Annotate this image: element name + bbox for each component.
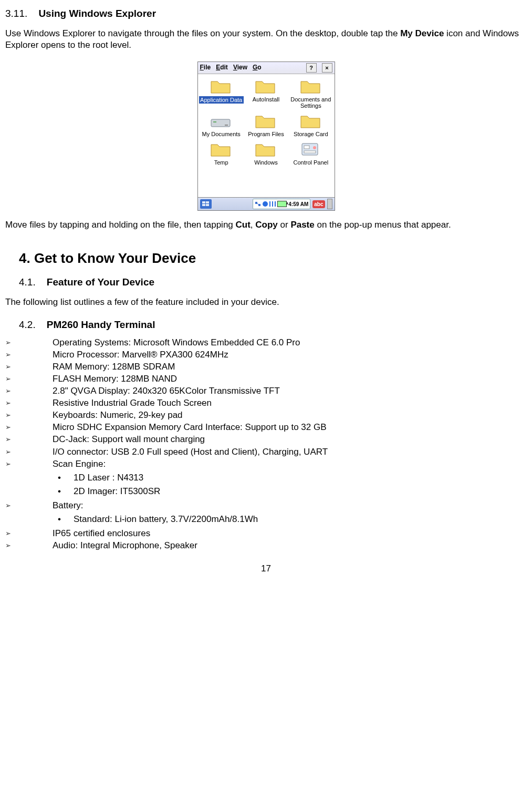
intro-paragraph: Use Windows Explorer to navigate through… [5,28,527,51]
feature-intro: The following list outlines a few of the… [5,296,527,308]
start-button[interactable] [200,199,212,209]
sub-item: 1D Laser : N4313 [53,472,527,484]
folder-icon [209,140,233,158]
bullet-icon [5,540,53,551]
bullet-icon [5,373,53,385]
help-button[interactable]: ? [306,63,317,73]
spec-item: Micro Processor: Marvell® PXA300 624MHz [5,349,527,361]
heading-3-11: 3.11. Using Windows Explorer [5,7,527,21]
spec-text: I/O connector: USB 2.0 Full speed (Host … [53,446,527,458]
spec-item: Keyboards: Numeric, 29-key pad [5,409,527,421]
sub-item: 2D Imager: IT5300SR [53,486,527,497]
bold-copy: Copy [255,220,278,230]
bullet-icon [5,500,53,527]
dot-icon [53,514,74,525]
heading-title: Feature of Your Device [47,276,154,288]
spec-text: Keyboards: Numeric, 29-key pad [53,409,527,421]
folder-icon [254,112,278,130]
sub-text: 1D Laser : N4313 [74,472,143,484]
dot-icon [53,486,74,497]
folder-storage-card[interactable]: Storage Card [288,112,333,137]
drive-label: My Documents [199,131,244,137]
text: Move files by tapping and holding on the… [5,220,236,230]
menu-view[interactable]: View [233,64,247,72]
bullet-icon [5,458,53,499]
spec-text: Scan Engine: [53,459,106,469]
menu-go[interactable]: Go [253,64,262,72]
spec-list: Operating Systems: Microsoft Windows Emb… [5,337,527,552]
spec-item: Audio: Integral Microphone, Speaker [5,540,527,551]
heading-4-2: 4.2. PM260 Handy Terminal [19,319,527,332]
heading-number: 4.2. [19,319,36,330]
sub-text: Standard: Li-ion battery, 3.7V/2200mAh/8… [74,514,258,525]
svg-rect-1 [213,121,216,122]
battery-sublist: Standard: Li-ion battery, 3.7V/2200mAh/8… [53,514,527,525]
folder-icon [254,77,278,95]
drive-my-documents[interactable]: My Documents [199,112,244,137]
folder-autoinstall[interactable]: AutoInstall [244,77,288,109]
signal-icon [269,201,276,207]
folder-label: Program Files [244,131,288,137]
folder-program-files[interactable]: Program Files [244,112,288,137]
bullet-icon [5,528,53,539]
spec-text: Audio: Integral Microphone, Speaker [53,540,527,551]
folder-documents-settings[interactable]: Documents and Settings [288,77,333,109]
text: , [251,220,255,230]
sub-item: Standard: Li-ion battery, 3.7V/2200mAh/8… [53,514,527,525]
folder-icon [254,140,278,158]
spec-text: FLASH Memory: 128MB NAND [53,373,527,385]
clock: 4:59 AM [288,201,308,208]
spec-item-battery: Battery: Standard: Li-ion battery, 3.7V/… [5,500,527,527]
sub-text: 2D Imager: IT5300SR [74,486,160,497]
control-panel-label: Control Panel [288,159,333,166]
explorer-window: File Edit View Go ? × Application Data A… [197,62,335,211]
folder-icon [209,77,233,95]
bullet-icon [5,349,53,361]
folder-label: Temp [199,159,244,166]
dot-icon [53,472,74,484]
bold-paste: Paste [290,220,314,230]
folder-icon [299,77,323,95]
taskbar: 4:59 AM abc [198,197,335,210]
heading-4-1: 4.1. Feature of Your Device [19,276,527,289]
spec-item: Resistive Industrial Grade Touch Screen [5,397,527,409]
spec-item: 2.8" QVGA Display: 240x320 65KColor Tran… [5,385,527,397]
svg-rect-3 [302,144,318,155]
spec-item: RAM Memory: 128MB SDRAM [5,361,527,373]
spec-item: I/O connector: USB 2.0 Full speed (Host … [5,446,527,458]
bullet-icon [5,446,53,458]
heading-number: 3.11. [5,8,27,19]
battery-icon [277,201,287,207]
heading-title: PM260 Handy Terminal [47,319,155,330]
menu-edit[interactable]: Edit [216,64,228,72]
folder-label: AutoInstall [244,96,288,103]
spec-text: Battery: [53,500,84,510]
spec-item: Operating Systems: Microsoft Windows Emb… [5,337,527,349]
bullet-icon [5,409,53,421]
folder-application-data[interactable]: Application Data [199,77,244,109]
page-number: 17 [5,563,527,575]
bullet-icon [5,397,53,409]
spec-text: Operating Systems: Microsoft Windows Emb… [53,337,527,349]
bullet-icon [5,422,53,433]
menu-file[interactable]: File [200,64,211,72]
drive-icon [209,112,233,130]
folder-windows[interactable]: Windows [244,140,288,166]
svg-rect-6 [304,151,316,153]
svg-rect-2 [225,125,228,126]
bullet-icon [5,361,53,373]
system-tray[interactable]: 4:59 AM [253,199,310,209]
spec-text: Resistive Industrial Grade Touch Screen [53,397,527,409]
control-panel[interactable]: Control Panel [288,140,333,166]
menu-bar: File Edit View Go ? × [198,62,335,74]
grip-icon [327,199,332,209]
spec-text: Micro Processor: Marvell® PXA300 624MHz [53,349,527,361]
spec-text: RAM Memory: 128MB SDRAM [53,361,527,373]
folder-temp[interactable]: Temp [199,140,244,166]
close-button[interactable]: × [322,63,332,73]
scan-sublist: 1D Laser : N4313 2D Imager: IT5300SR [53,472,527,497]
bullet-icon [5,337,53,349]
sip-button[interactable]: abc [312,200,325,208]
cut-copy-paste-paragraph: Move files by tapping and holding on the… [5,219,527,231]
spec-text: DC-Jack: Support wall mount charging [53,434,527,445]
